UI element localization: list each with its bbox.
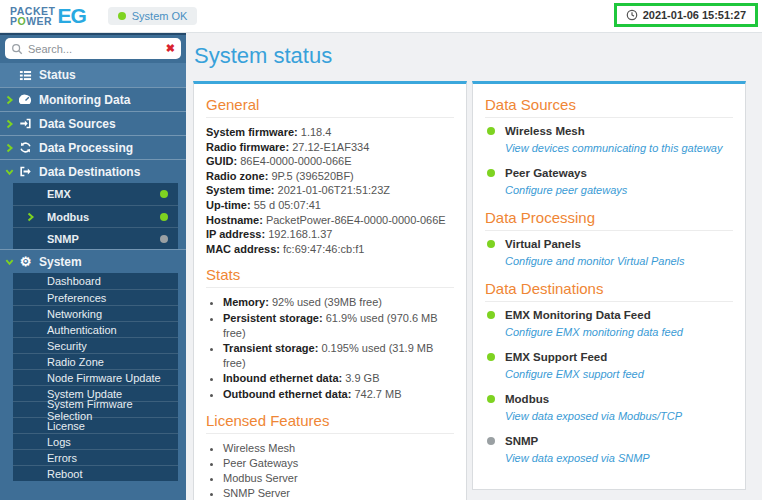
sidebar-subitem-errors[interactable]: Errors — [13, 449, 178, 465]
sidebar-subitem-dashboard[interactable]: Dashboard — [13, 273, 178, 289]
sidebar-subitem-label: Radio Zone — [47, 356, 168, 368]
sidebar-subitem-system-firmware-selection[interactable]: System Firmware Selection — [13, 401, 178, 417]
sidebar-subitem-snmp[interactable]: SNMP — [13, 227, 178, 249]
feed-item-link[interactable]: View data exposed via SNMP — [505, 452, 650, 464]
stat-label: Outbound ethernet data: — [223, 388, 351, 400]
field-value: 9P.5 (396520BF) — [271, 170, 353, 182]
section-divider — [206, 117, 454, 118]
sidebar-subitem-reboot[interactable]: Reboot — [13, 465, 178, 481]
field-label: Radio firmware: — [206, 141, 289, 153]
status-dot-gray — [160, 235, 168, 243]
sidebar-item-data-destinations[interactable]: Data Destinations — [0, 159, 186, 183]
sidebar-subitem-preferences[interactable]: Preferences — [13, 289, 178, 305]
section-heading-general: General — [206, 96, 454, 113]
field-mac-address: MAC address: fc:69:47:46:cb:f1 — [206, 242, 454, 257]
sidebar-search: ✖ — [0, 35, 186, 63]
field-value: 27.12-E1AF334 — [292, 141, 369, 153]
feed-item-link[interactable]: Configure peer gateways — [505, 184, 627, 196]
field-value: 2021-01-06T21:51:23Z — [278, 184, 391, 196]
feed-item-name: Modbus — [505, 393, 733, 406]
sidebar-item-system[interactable]: ⚙System — [0, 249, 186, 273]
feed-item-name: Virtual Panels — [505, 238, 733, 251]
section-heading-data-processing: Data Processing — [485, 209, 733, 226]
sidebar-subitem-label: Reboot — [47, 468, 168, 480]
field-radio-zone: Radio zone: 9P.5 (396520BF) — [206, 169, 454, 184]
clock-icon — [626, 9, 638, 21]
stat-label: Persistent storage: — [223, 312, 323, 324]
field-label: MAC address: — [206, 243, 280, 255]
sidebar-item-monitoring-data[interactable]: Monitoring Data — [0, 87, 186, 111]
stat-value: 92% used (39MB free) — [272, 296, 382, 308]
sidebar-item-data-sources[interactable]: Data Sources — [0, 111, 186, 135]
feed-item-name: SNMP — [505, 435, 733, 448]
field-label: IP address: — [206, 228, 265, 240]
list-item: Transient storage: 0.195% used (31.9 MB … — [223, 341, 454, 371]
search-box: ✖ — [5, 38, 181, 59]
status-dot-green — [487, 311, 495, 319]
sidebar-subitem-node-firmware-update[interactable]: Node Firmware Update — [13, 369, 178, 385]
stat-label: Memory: — [223, 296, 269, 308]
stat-value: 742.7 MB — [354, 388, 401, 400]
gauge-icon — [17, 93, 34, 107]
sidebar-item-label: Data Destinations — [39, 165, 180, 179]
system-info-panel: GeneralSystem firmware: 1.18.4Radio firm… — [193, 81, 467, 500]
close-icon[interactable]: ✖ — [166, 43, 175, 54]
stat-value: 3.9 GB — [345, 372, 379, 384]
sidebar-subitem-label: Logs — [47, 436, 168, 448]
field-value: 1.18.4 — [301, 126, 332, 138]
status-dot-green — [487, 353, 495, 361]
feed-item-name: EMX Support Feed — [505, 351, 733, 364]
logo-word-bottom: POWER — [10, 16, 55, 26]
field-value: fc:69:47:46:cb:f1 — [283, 243, 364, 255]
stat-label: Transient storage: — [223, 342, 318, 354]
sidebar-item-data-processing[interactable]: Data Processing — [0, 135, 186, 159]
field-ip-address: IP address: 192.168.1.37 — [206, 227, 454, 242]
field-value: 192.168.1.37 — [268, 228, 332, 240]
feed-item-name: Peer Gateways — [505, 167, 733, 180]
search-input[interactable] — [28, 43, 161, 55]
sidebar-subitem-authentication[interactable]: Authentication — [13, 321, 178, 337]
sidebar-item-label: System — [39, 255, 180, 269]
feed-item-link[interactable]: Configure EMX monitoring data feed — [505, 326, 683, 338]
sidebar-subitem-security[interactable]: Security — [13, 337, 178, 353]
feed-item-name: EMX Monitoring Data Feed — [505, 309, 733, 322]
feed-item-body: Peer GatewaysConfigure peer gateways — [505, 167, 733, 198]
feed-item-body: ModbusView data exposed via Modbus/TCP — [505, 393, 733, 424]
feed-item-virtual-panels: Virtual PanelsConfigure and monitor Virt… — [487, 238, 733, 269]
feed-item-emx-support-feed: EMX Support FeedConfigure EMX support fe… — [487, 351, 733, 382]
field-label: Up-time: — [206, 199, 251, 211]
feed-item-body: Virtual PanelsConfigure and monitor Virt… — [505, 238, 733, 269]
list-item: Wireless Mesh — [223, 441, 454, 456]
status-panels: GeneralSystem firmware: 1.18.4Radio firm… — [193, 81, 746, 500]
stat-value: Peer Gateways — [223, 457, 298, 469]
feed-item-link[interactable]: View data exposed via Modbus/TCP — [505, 410, 682, 422]
status-dot-green — [487, 169, 495, 177]
status-dot-green — [487, 127, 495, 135]
sidebar-subitem-label: Security — [47, 340, 168, 352]
sidebar-item-label: Data Sources — [39, 117, 180, 131]
feed-item-link[interactable]: Configure and monitor Virtual Panels — [505, 255, 685, 267]
section-divider — [206, 287, 454, 288]
sidebar-subitem-label: SNMP — [47, 233, 160, 245]
chevron-right-icon — [4, 94, 15, 105]
sidebar-item-status[interactable]: Status — [0, 63, 186, 87]
sidebar-subitem-label: Dashboard — [47, 275, 168, 287]
sidebar-subitem-emx[interactable]: EMX — [13, 183, 178, 205]
data-flow-panel: Data SourcesWireless MeshView devices co… — [472, 81, 746, 490]
sidebar-subitem-logs[interactable]: Logs — [13, 433, 178, 449]
sidebar-subitem-modbus[interactable]: Modbus — [13, 205, 178, 227]
top-header: PACKET POWER EG System OK 2021-01-06 15:… — [0, 0, 762, 33]
chevron-spacer — [4, 70, 15, 81]
feed-item-link[interactable]: Configure EMX support feed — [505, 368, 644, 380]
status-dot-green — [160, 190, 168, 198]
sidebar-subitem-label: License — [47, 420, 168, 432]
list-icon — [17, 68, 34, 82]
sidebar-item-label: Monitoring Data — [39, 93, 180, 107]
sidebar-subitem-label: Authentication — [47, 324, 168, 336]
feed-item-link[interactable]: View devices communicating to this gatew… — [505, 142, 722, 154]
sidebar-subitem-license[interactable]: License — [13, 417, 178, 433]
status-dot-green — [160, 213, 168, 221]
sidebar-subitem-radio-zone[interactable]: Radio Zone — [13, 353, 178, 369]
section-heading-data-sources: Data Sources — [485, 96, 733, 113]
sidebar-subitem-networking[interactable]: Networking — [13, 305, 178, 321]
